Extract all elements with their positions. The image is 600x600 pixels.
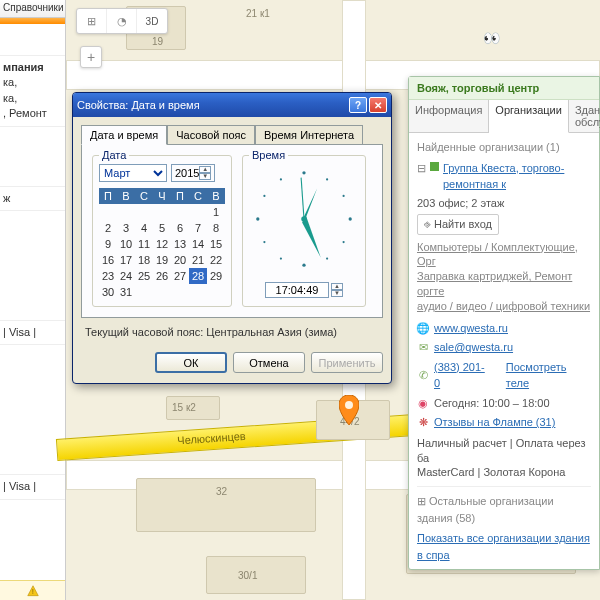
tab-internet-time[interactable]: Время Интернета (255, 125, 363, 144)
calendar-day[interactable]: 19 (153, 252, 171, 268)
svg-point-13 (263, 195, 265, 197)
website-link[interactable]: www.qwesta.ru (434, 320, 508, 337)
tab-service[interactable]: Здание обслуж (569, 100, 600, 132)
calendar-day[interactable] (171, 204, 189, 220)
calendar-day[interactable]: 4 (135, 220, 153, 236)
calendar-day[interactable]: 18 (135, 252, 153, 268)
calendar-day[interactable] (189, 284, 207, 300)
calendar-day[interactable]: 11 (135, 236, 153, 252)
calendar-day[interactable]: 3 (117, 220, 135, 236)
calendar-day[interactable]: 23 (99, 268, 117, 284)
calendar-day[interactable]: 12 (153, 236, 171, 252)
show-all-link[interactable]: Показать все организации здания в спра (417, 530, 591, 563)
calendar-day[interactable] (135, 284, 153, 300)
email-link[interactable]: sale@qwesta.ru (434, 339, 513, 356)
calendar-day[interactable]: 21 (189, 252, 207, 268)
svg-point-9 (343, 241, 345, 243)
svg-point-18 (301, 216, 307, 222)
date-group: Дата Март 2015▲▼ ПВСЧПСВ 123456789101112… (92, 155, 232, 307)
year-spinner[interactable]: ▲▼ (199, 166, 211, 180)
calendar-day[interactable]: 8 (207, 220, 225, 236)
globe-icon: 🌐 (417, 322, 429, 334)
date-group-label: Дата (99, 149, 129, 161)
sidebar-visa-1: | Visa | (3, 326, 36, 338)
calendar-day[interactable] (171, 284, 189, 300)
map-toolbar: ⊞ ◔ 3D (76, 8, 168, 34)
calendar-day[interactable]: 14 (189, 236, 207, 252)
phone-link[interactable]: (383) 201-0 (434, 359, 490, 392)
calendar-day[interactable]: 2 (99, 220, 117, 236)
svg-text:!: ! (32, 587, 34, 594)
calendar-day[interactable]: 31 (117, 284, 135, 300)
calendar-day[interactable]: 16 (99, 252, 117, 268)
mail-icon: ✉ (417, 341, 429, 353)
calendar-day[interactable]: 10 (117, 236, 135, 252)
calendar-day[interactable] (207, 284, 225, 300)
left-sidebar: Справочники мпания ка, ка, , Ремонт ж | … (0, 0, 66, 600)
map-pin-icon[interactable] (339, 395, 359, 425)
card-tabs: Информация Организации Здание обслуж (409, 100, 599, 133)
bld-label: 19 (152, 36, 163, 47)
time-input[interactable]: 17:04:49 (265, 282, 329, 298)
calendar-day[interactable]: 27 (171, 268, 189, 284)
apply-button[interactable]: Применить (311, 352, 383, 373)
svg-point-1 (345, 401, 353, 409)
reviews-link[interactable]: Отзывы на Флампе (31) (434, 414, 555, 431)
year-value[interactable]: 2015 (175, 167, 199, 179)
compass-button[interactable]: ◔ (107, 9, 137, 33)
cancel-button[interactable]: Отмена (233, 352, 305, 373)
find-entrance-button[interactable]: ⎆ Найти вход (417, 214, 499, 235)
calendar-day[interactable] (189, 204, 207, 220)
calendar-day[interactable]: 9 (99, 236, 117, 252)
tab-orgs[interactable]: Организации (489, 100, 569, 133)
calendar-day[interactable] (99, 204, 117, 220)
month-select[interactable]: Март (99, 164, 167, 182)
payment-info: Наличный расчет | Оплата через ба Master… (417, 436, 591, 481)
other-orgs[interactable]: Остальные организации здания (58) (417, 495, 554, 524)
tab-timezone[interactable]: Часовой пояс (167, 125, 255, 144)
found-label: Найденные организации (1) (417, 139, 591, 156)
sidebar-company-header: мпания (3, 60, 62, 75)
close-button[interactable]: ✕ (369, 97, 387, 113)
calendar-day[interactable] (153, 204, 171, 220)
calendar-day[interactable]: 13 (171, 236, 189, 252)
dialog-titlebar[interactable]: Свойства: Дата и время ? ✕ (73, 93, 391, 117)
street-label: Челюскинцев (177, 430, 246, 447)
calendar-day[interactable]: 17 (117, 252, 135, 268)
calendar-day[interactable]: 7 (189, 220, 207, 236)
sidebar-top-label[interactable]: Справочники (0, 0, 65, 18)
sidebar-sale: ж (3, 192, 10, 204)
ok-button[interactable]: ОК (155, 352, 227, 373)
time-group: Время 17:04:49 ▲▼ (242, 155, 366, 307)
calendar-day[interactable]: 20 (171, 252, 189, 268)
sidebar-warning-icon[interactable]: ! (0, 580, 65, 600)
calendar-day[interactable]: 24 (117, 268, 135, 284)
calendar-day[interactable] (153, 284, 171, 300)
calendar-day[interactable] (135, 204, 153, 220)
ruler-button[interactable]: ⊞ (77, 9, 107, 33)
calendar-day[interactable]: 30 (99, 284, 117, 300)
svg-point-3 (302, 171, 305, 174)
org-name-link[interactable]: Группа Квеста, торгово-ремонтная к (443, 160, 591, 193)
calendar-day[interactable]: 22 (207, 252, 225, 268)
org-categories[interactable]: Компьютеры / Комплектующие, Орг Заправка… (417, 240, 591, 314)
calendar-day[interactable]: 1 (207, 204, 225, 220)
svg-point-4 (302, 264, 305, 267)
zoom-in-button[interactable]: + (80, 46, 102, 68)
3d-button[interactable]: 3D (137, 9, 167, 33)
calendar-day[interactable] (117, 204, 135, 220)
tab-datetime[interactable]: Дата и время (81, 125, 167, 145)
calendar-day[interactable]: 5 (153, 220, 171, 236)
calendar-day[interactable]: 25 (135, 268, 153, 284)
help-button[interactable]: ? (349, 97, 367, 113)
calendar-day[interactable]: 15 (207, 236, 225, 252)
phone-more-link[interactable]: Посмотреть теле (506, 359, 591, 392)
calendar-day[interactable]: 28 (189, 268, 207, 284)
calendar[interactable]: ПВСЧПСВ 12345678910111213141516171819202… (99, 188, 225, 300)
time-spinner[interactable]: ▲▼ (331, 283, 343, 297)
calendar-day[interactable]: 26 (153, 268, 171, 284)
calendar-day[interactable]: 6 (171, 220, 189, 236)
calendar-day[interactable]: 29 (207, 268, 225, 284)
svg-point-11 (280, 258, 282, 260)
tab-info[interactable]: Информация (409, 100, 489, 132)
